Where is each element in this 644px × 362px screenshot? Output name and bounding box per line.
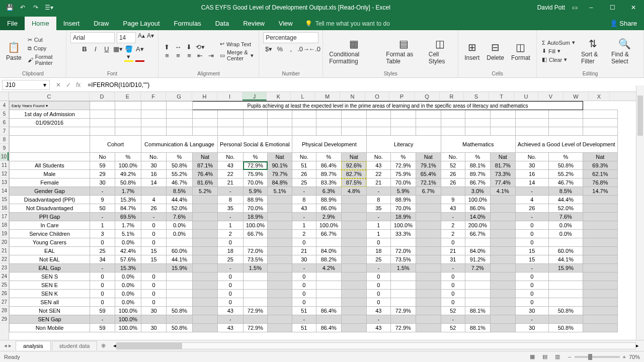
- orientation-icon[interactable]: ⟲▾: [196, 43, 205, 51]
- percent-icon[interactable]: %: [275, 45, 284, 53]
- account-icon[interactable]: ▭: [569, 4, 581, 11]
- align-right-icon[interactable]: ≡: [185, 52, 194, 59]
- align-top-icon[interactable]: ⬆: [163, 43, 172, 51]
- zoom-in-icon[interactable]: +: [623, 354, 626, 360]
- font-name-combo[interactable]: Arial: [70, 32, 115, 43]
- close-button[interactable]: ✕: [623, 0, 644, 15]
- align-center-icon[interactable]: ≡: [174, 52, 183, 59]
- clear-button[interactable]: ◧Clear▾: [541, 56, 576, 63]
- comma-icon[interactable]: ,: [286, 45, 295, 53]
- tab-formulas[interactable]: Formulas: [167, 17, 208, 30]
- autosum-button[interactable]: ΣAutoSum▾: [541, 39, 576, 46]
- table-icon: ▤: [399, 38, 409, 50]
- merge-center-button[interactable]: ▭Merge & Center▾: [219, 49, 255, 62]
- format-as-table-button[interactable]: ▤Format as Table: [384, 37, 423, 66]
- currency-icon[interactable]: $▾: [264, 45, 273, 53]
- enter-formula-icon[interactable]: ✓: [66, 81, 71, 88]
- formula-bar: J10▾ ✕ ✓ fx =IFERROR(I10/D10,""): [0, 78, 644, 92]
- worksheet-grid[interactable]: Early Years Found ▾Pupils achieving at l…: [9, 101, 618, 332]
- redo-icon[interactable]: ↷: [31, 4, 40, 11]
- minimize-button[interactable]: –: [581, 0, 602, 15]
- align-bottom-icon[interactable]: ⬇: [185, 43, 194, 51]
- delete-cells-button[interactable]: ⊟Delete: [485, 40, 506, 62]
- cellstyle-icon: ◫: [435, 38, 445, 50]
- bold-button[interactable]: B: [80, 45, 89, 62]
- zoom-level[interactable]: 70%: [629, 354, 640, 360]
- increase-decimal-icon[interactable]: .0→: [297, 45, 306, 53]
- normal-view-icon[interactable]: ▦: [527, 353, 538, 360]
- tab-insert[interactable]: Insert: [56, 17, 87, 30]
- clipboard-icon: 📋: [8, 41, 20, 53]
- fill-color-button[interactable]: 🪣▾: [124, 45, 133, 62]
- sheet-tab-bar: ◂ ▸ analysis student data ⊕ ◂▸: [0, 340, 644, 351]
- tab-home[interactable]: Home: [25, 17, 56, 30]
- format-painter-button[interactable]: 🖌Format Painter: [27, 53, 62, 66]
- font-color-button[interactable]: A▾: [135, 45, 144, 62]
- tab-review[interactable]: Review: [236, 17, 272, 30]
- name-box[interactable]: J10▾: [2, 80, 50, 90]
- align-middle-icon[interactable]: ↔: [174, 43, 183, 51]
- number-format-combo[interactable]: Percentage: [263, 32, 318, 43]
- tab-file[interactable]: File: [0, 17, 25, 30]
- cell-styles-button[interactable]: ◫Cell Styles: [427, 37, 454, 66]
- tab-page-layout[interactable]: Page Layout: [116, 17, 167, 30]
- conditional-formatting-button[interactable]: ▦Conditional Formatting: [327, 37, 381, 66]
- tab-draw[interactable]: Draw: [87, 17, 116, 30]
- formula-input[interactable]: =IFERROR(I10/D10,""): [85, 81, 644, 88]
- fill-icon: ⬇: [542, 48, 546, 54]
- merge-icon: ▭: [220, 52, 225, 59]
- find-select-button[interactable]: 🔍Find & Select: [609, 37, 639, 66]
- tellme-search[interactable]: 💡Tell me what you want to do: [300, 17, 603, 30]
- wrap-icon: ↩: [220, 41, 224, 47]
- indent-decrease-icon[interactable]: ⇤: [196, 52, 205, 59]
- user-name[interactable]: David Pott: [533, 4, 569, 11]
- row-headers[interactable]: 4567891011121314151617181920212223242526…: [0, 101, 9, 341]
- scissors-icon: ✂: [28, 37, 32, 43]
- maximize-button[interactable]: ☐: [602, 0, 623, 15]
- share-button[interactable]: 👤 Share: [603, 17, 644, 30]
- decrease-font-icon[interactable]: A▾: [147, 32, 154, 43]
- search-icon: 🔍: [618, 38, 631, 50]
- decrease-decimal-icon[interactable]: ←.0: [308, 45, 317, 53]
- ribbon: 📋Paste ✂Cut ⧉Copy 🖌Format Painter Clipbo…: [0, 30, 644, 78]
- sheet-tab-other[interactable]: student data: [52, 341, 98, 350]
- font-size-combo[interactable]: 14: [117, 32, 136, 43]
- italic-button[interactable]: I: [91, 45, 100, 62]
- tab-view[interactable]: View: [272, 17, 300, 30]
- align-left-icon[interactable]: ≡: [163, 52, 172, 59]
- delete-icon: ⊟: [491, 41, 500, 53]
- touch-icon[interactable]: ☰▾: [44, 4, 53, 11]
- horizontal-scrollbar[interactable]: ◂▸: [113, 342, 639, 349]
- eraser-icon: ◧: [542, 56, 547, 63]
- page-layout-view-icon[interactable]: ▤: [539, 353, 550, 360]
- status-text: Ready: [4, 354, 20, 360]
- zoom-control[interactable]: − + 70%: [568, 354, 640, 360]
- add-sheet-button[interactable]: ⊕: [98, 342, 108, 349]
- fill-button[interactable]: ⬇Fill▾: [541, 47, 576, 55]
- indent-increase-icon[interactable]: ⇥: [207, 52, 216, 59]
- sheet-tab-active[interactable]: analysis: [16, 341, 51, 350]
- undo-icon[interactable]: ↶: [18, 4, 27, 11]
- insert-cells-button[interactable]: ⊞Insert: [462, 40, 481, 62]
- underline-button[interactable]: U: [102, 45, 111, 62]
- sheet-nav-prev[interactable]: ◂ ▸: [0, 342, 16, 349]
- format-cells-button[interactable]: ◫Format: [509, 40, 532, 62]
- sort-filter-button[interactable]: ⇅Sort & Filter: [579, 37, 606, 66]
- tab-data[interactable]: Data: [208, 17, 236, 30]
- wrap-text-button[interactable]: ↩Wrap Text: [219, 40, 255, 48]
- border-button[interactable]: ▦▾: [113, 45, 122, 62]
- vertical-scrollbar[interactable]: [636, 85, 644, 340]
- zoom-out-icon[interactable]: −: [568, 354, 571, 360]
- save-icon[interactable]: 💾: [5, 4, 14, 11]
- column-headers[interactable]: CDEFGHIJKLMNOPQRSTUVWX: [0, 92, 644, 101]
- cut-button[interactable]: ✂Cut: [27, 36, 62, 44]
- increase-font-icon[interactable]: A▴: [138, 32, 145, 43]
- window-title: CAS EYFS Good Level of Development Outpu…: [58, 4, 533, 11]
- title-bar: 💾 ↶ ↷ ☰▾ CAS EYFS Good Level of Developm…: [0, 0, 644, 15]
- fx-icon[interactable]: fx: [76, 81, 80, 88]
- cancel-formula-icon[interactable]: ✕: [56, 81, 61, 88]
- paste-button[interactable]: 📋Paste: [4, 40, 24, 62]
- insert-icon: ⊞: [468, 41, 476, 53]
- copy-button[interactable]: ⧉Copy: [27, 45, 62, 52]
- page-break-view-icon[interactable]: ▥: [552, 353, 563, 360]
